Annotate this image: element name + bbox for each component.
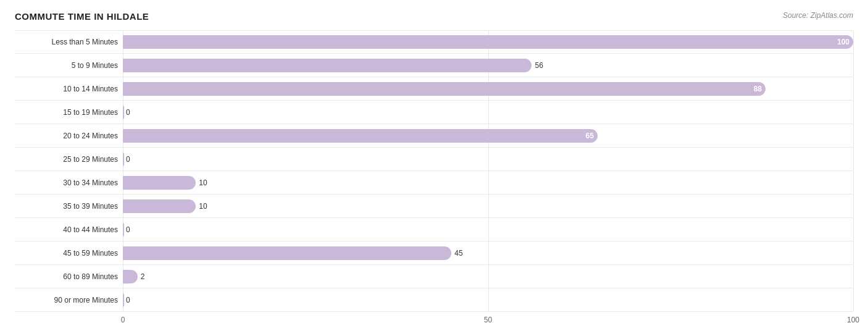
bar-container: 0 [123, 288, 853, 311]
chart-source: Source: ZipAtlas.com [783, 11, 853, 20]
bar-value-label: 100 [837, 38, 849, 46]
bar-label: 35 to 39 Minutes [15, 202, 123, 211]
bar-value-label: 10 [199, 178, 207, 187]
bar-container: 10 [123, 195, 853, 217]
bar-row: 25 to 29 Minutes0 [15, 148, 853, 171]
bar-label: 5 to 9 Minutes [15, 61, 123, 70]
bar-fill: 88 [123, 82, 766, 96]
chart-header: COMMUTE TIME IN HILDALE Source: ZipAtlas… [15, 11, 853, 22]
bar-fill [123, 246, 451, 260]
bar-fill [123, 106, 124, 119]
bar-value-label: 45 [454, 249, 462, 258]
chart-area: Less than 5 Minutes1005 to 9 Minutes5610… [15, 30, 853, 312]
bar-container: 0 [123, 101, 853, 124]
bar-fill [123, 199, 196, 213]
chart-title: COMMUTE TIME IN HILDALE [15, 11, 149, 22]
bar-row: 35 to 39 Minutes10 [15, 195, 853, 218]
bar-container: 45 [123, 241, 853, 264]
bar-label: 25 to 29 Minutes [15, 155, 123, 164]
x-axis-label: 100 [847, 316, 859, 323]
bar-container: 0 [123, 218, 853, 241]
bar-row: 20 to 24 Minutes65 [15, 124, 853, 148]
bar-fill [123, 176, 196, 190]
bar-fill: 65 [123, 129, 598, 143]
bar-row: 90 or more Minutes0 [15, 288, 853, 312]
bar-label: Less than 5 Minutes [15, 38, 123, 46]
bar-row: 60 to 89 Minutes2 [15, 265, 853, 288]
bar-fill [123, 270, 138, 283]
bar-container: 0 [123, 148, 853, 170]
bar-value-label: 2 [141, 272, 145, 281]
bar-fill [123, 59, 532, 72]
bar-label: 90 or more Minutes [15, 296, 123, 304]
bar-value-label: 0 [126, 296, 130, 304]
bar-value-label: 0 [126, 108, 130, 117]
bar-row: 15 to 19 Minutes0 [15, 101, 853, 124]
bar-row: 10 to 14 Minutes88 [15, 77, 853, 101]
bar-container: 2 [123, 265, 853, 288]
bar-container: 65 [123, 124, 853, 147]
bar-row: 40 to 44 Minutes0 [15, 218, 853, 241]
chart-wrapper: Less than 5 Minutes1005 to 9 Minutes5610… [15, 30, 853, 323]
bar-fill: 100 [123, 35, 853, 49]
x-axis-labels: 050100 [123, 316, 853, 323]
bar-label: 40 to 44 Minutes [15, 225, 123, 234]
bar-container: 100 [123, 31, 853, 53]
bar-fill [123, 223, 124, 237]
bar-row: Less than 5 Minutes100 [15, 30, 853, 54]
bar-value-label: 10 [199, 202, 207, 211]
bar-label: 10 to 14 Minutes [15, 85, 123, 93]
bar-label: 45 to 59 Minutes [15, 249, 123, 258]
bar-value-label: 65 [586, 132, 594, 140]
x-axis-label: 0 [121, 316, 125, 323]
bar-label: 20 to 24 Minutes [15, 132, 123, 140]
bar-fill [123, 293, 124, 307]
bar-row: 5 to 9 Minutes56 [15, 54, 853, 77]
bar-row: 30 to 34 Minutes10 [15, 171, 853, 195]
x-axis: 050100 [15, 316, 853, 323]
bar-container: 56 [123, 54, 853, 77]
x-axis-label: 50 [484, 316, 492, 323]
bar-fill [123, 153, 124, 166]
bar-label: 60 to 89 Minutes [15, 272, 123, 281]
bar-container: 10 [123, 171, 853, 194]
bar-value-label: 0 [126, 225, 130, 234]
bar-container: 88 [123, 77, 853, 100]
chart-container: COMMUTE TIME IN HILDALE Source: ZipAtlas… [15, 11, 853, 323]
bar-row: 45 to 59 Minutes45 [15, 241, 853, 265]
bar-value-label: 56 [535, 61, 543, 70]
bar-label: 30 to 34 Minutes [15, 178, 123, 187]
bar-value-label: 88 [754, 85, 762, 93]
bar-value-label: 0 [126, 155, 130, 164]
bar-label: 15 to 19 Minutes [15, 108, 123, 117]
